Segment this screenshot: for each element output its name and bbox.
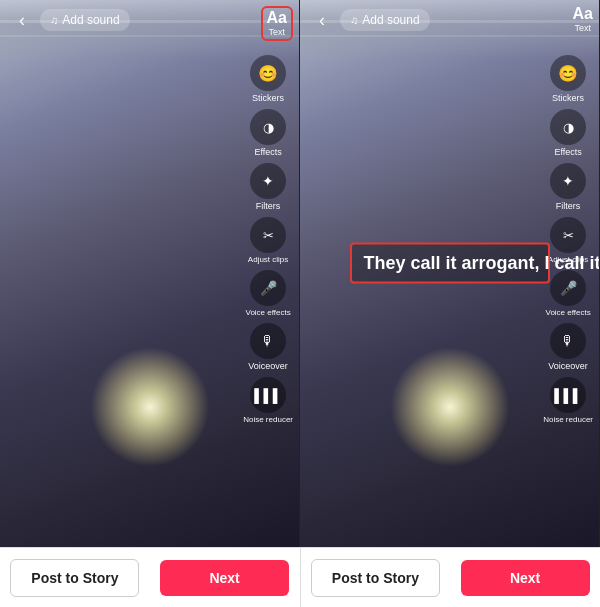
left-panel: ‹ ♫ Add sound Aa Text 😊 Stickers ◑ Effec… [0,0,300,547]
voiceover-icon-right: 🎙 [550,323,586,359]
voice-effects-label-right: Voice effects [545,308,590,317]
next-button-right[interactable]: Next [461,560,590,596]
adjust-clips-icon-left: ✂ [250,217,286,253]
voice-effects-label-left: Voice effects [245,308,290,317]
right-panel: They call it arrogant, I call it confide… [300,0,600,547]
filters-icon-left: ✦ [250,163,286,199]
text-tool-button-left[interactable]: Aa Text [261,6,293,41]
effects-label-right: Effects [554,147,581,157]
noise-reducer-tool-left[interactable]: ▌▌▌ Noise reducer [243,377,293,424]
right-tools-left: 😊 Stickers ◑ Effects ✦ Filters ✂ Adjust … [243,55,293,424]
effects-tool-left[interactable]: ◑ Effects [250,109,286,157]
text-label-left: Text [269,27,286,37]
filters-icon-right: ✦ [550,163,586,199]
text-label-right: Text [575,23,592,33]
stickers-label-left: Stickers [252,93,284,103]
bottom-bar-left: Post to Story Next [0,548,301,607]
voice-effects-tool-left[interactable]: 🎤 Voice effects [245,270,290,317]
add-sound-button-left[interactable]: ♫ Add sound [40,9,130,31]
voiceover-tool-right[interactable]: 🎙 Voiceover [548,323,588,371]
voiceover-tool-left[interactable]: 🎙 Voiceover [248,323,288,371]
filters-tool-right[interactable]: ✦ Filters [550,163,586,211]
effects-icon-left: ◑ [250,109,286,145]
add-sound-label-right: Add sound [362,13,419,27]
light-effect-left [90,347,210,467]
text-tool-button-right[interactable]: Aa Text [573,6,593,33]
noise-reducer-tool-right[interactable]: ▌▌▌ Noise reducer [543,377,593,424]
back-button-left[interactable]: ‹ [8,6,36,34]
noise-reducer-icon-left: ▌▌▌ [250,377,286,413]
add-sound-label-left: Add sound [62,13,119,27]
music-note-icon-left: ♫ [50,14,58,26]
voiceover-label-right: Voiceover [548,361,588,371]
post-story-button-right[interactable]: Post to Story [311,559,440,597]
filters-label-right: Filters [556,201,581,211]
bottom-bar-right: Post to Story Next [301,548,601,607]
next-button-left[interactable]: Next [160,560,289,596]
effects-tool-right[interactable]: ◑ Effects [550,109,586,157]
adjust-clips-label-left: Adjust clips [248,255,288,264]
stickers-tool-left[interactable]: 😊 Stickers [250,55,286,103]
stickers-icon-left: 😊 [250,55,286,91]
noise-reducer-label-left: Noise reducer [243,415,293,424]
voice-effects-icon-right: 🎤 [550,270,586,306]
noise-reducer-label-right: Noise reducer [543,415,593,424]
voice-effects-icon-left: 🎤 [250,270,286,306]
noise-reducer-icon-right: ▌▌▌ [550,377,586,413]
stickers-icon-right: 😊 [550,55,586,91]
post-story-button-left[interactable]: Post to Story [10,559,139,597]
music-note-icon-right: ♫ [350,14,358,26]
stickers-label-right: Stickers [552,93,584,103]
overlay-text-right[interactable]: They call it arrogant, I call it confide… [350,242,550,283]
stickers-tool-right[interactable]: 😊 Stickers [550,55,586,103]
light-effect-right [390,347,510,467]
text-aa-right: Aa [573,6,593,22]
right-tools-right: 😊 Stickers ◑ Effects ✦ Filters ✂ Adjust … [543,55,593,424]
effects-label-left: Effects [254,147,281,157]
top-bar-left: ‹ ♫ Add sound [0,0,299,40]
voiceover-icon-left: 🎙 [250,323,286,359]
adjust-clips-icon-right: ✂ [550,217,586,253]
back-button-right[interactable]: ‹ [308,6,336,34]
filters-label-left: Filters [256,201,281,211]
effects-icon-right: ◑ [550,109,586,145]
filters-tool-left[interactable]: ✦ Filters [250,163,286,211]
voiceover-label-left: Voiceover [248,361,288,371]
add-sound-button-right[interactable]: ♫ Add sound [340,9,430,31]
top-bar-right: ‹ ♫ Add sound [300,0,599,40]
text-aa-left: Aa [267,10,287,26]
adjust-clips-tool-left[interactable]: ✂ Adjust clips [248,217,288,264]
voice-effects-tool-right[interactable]: 🎤 Voice effects [545,270,590,317]
